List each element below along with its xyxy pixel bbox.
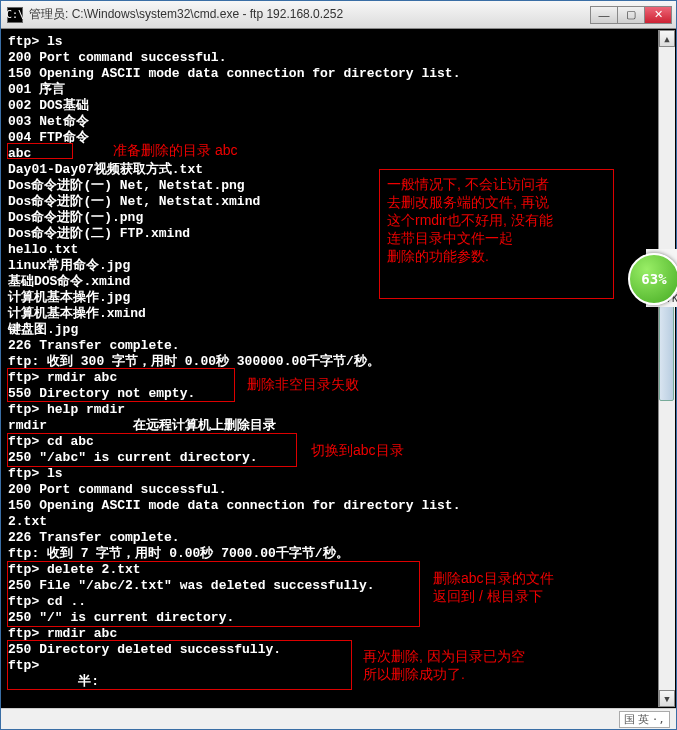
annot-cd-abc: 切换到abc目录 (311, 441, 404, 459)
titlebar[interactable]: C:\ 管理员: C:\Windows\system32\cmd.exe - f… (1, 1, 676, 29)
terminal-line: 150 Opening ASCII mode data connection f… (8, 66, 652, 82)
terminal-line: 2.txt (8, 514, 652, 530)
terminal-line: 004 FTP命令 (8, 130, 652, 146)
badge-percent: 63% (641, 271, 666, 287)
terminal-line: ftp> cd .. (8, 594, 652, 610)
terminal-line: hello.txt (8, 242, 652, 258)
cmd-icon: C:\ (7, 7, 23, 23)
terminal-line: ftp> (8, 658, 652, 674)
annot-prepare-delete: 准备删除的目录 abc (113, 141, 237, 159)
terminal-line: 250 File "/abc/2.txt" was deleted succes… (8, 578, 652, 594)
terminal-line: 001 序言 (8, 82, 652, 98)
terminal-line: Day01-Day07视频获取方式.txt (8, 162, 652, 178)
ime-indicator[interactable]: 国 英 ·, (619, 711, 670, 728)
window-buttons: — ▢ ✕ (591, 6, 672, 24)
ime-punct: ·, (652, 713, 665, 726)
terminal-line: linux常用命令.jpg (8, 258, 652, 274)
cmd-window: C:\ 管理员: C:\Windows\system32\cmd.exe - f… (0, 0, 677, 730)
ime-lang: 英 (638, 712, 649, 727)
scroll-thumb[interactable] (659, 301, 674, 401)
terminal-line: ftp> ls (8, 34, 652, 50)
maximize-button[interactable]: ▢ (617, 6, 645, 24)
terminal-line: 半: (8, 674, 652, 690)
terminal-line: ftp: 收到 7 字节，用时 0.00秒 7000.00千字节/秒。 (8, 546, 652, 562)
terminal-line: Dos命令进阶(一) Net, Netstat.xmind (8, 194, 652, 210)
terminal-line: 226 Transfer complete. (8, 530, 652, 546)
terminal-line: 键盘图.jpg (8, 322, 652, 338)
annot-rmdir-fail: 删除非空目录失败 (247, 375, 359, 393)
minimize-button[interactable]: — (590, 6, 618, 24)
scroll-down-button[interactable]: ▼ (659, 690, 675, 707)
terminal-line: Dos命令进阶(一) Net, Netstat.png (8, 178, 652, 194)
scroll-up-button[interactable]: ▲ (659, 30, 675, 47)
terminal-line: Dos命令进阶(二) FTP.xmind (8, 226, 652, 242)
window-title: 管理员: C:\Windows\system32\cmd.exe - ftp 1… (29, 6, 591, 23)
terminal-line: ftp: 收到 300 字节，用时 0.00秒 300000.00千字节/秒。 (8, 354, 652, 370)
terminal-line: 002 DOS基础 (8, 98, 652, 114)
terminal-line: abc (8, 146, 652, 162)
close-button[interactable]: ✕ (644, 6, 672, 24)
terminal-line: ftp> ls (8, 466, 652, 482)
terminal-line: 250 "/" is current directory. (8, 610, 652, 626)
ime-flag: 国 (624, 712, 635, 727)
terminal-line: 226 Transfer complete. (8, 338, 652, 354)
terminal-line: 150 Opening ASCII mode data connection f… (8, 498, 652, 514)
terminal-line: ftp> rmdir abc (8, 626, 652, 642)
terminal-line: ftp> help rmdir (8, 402, 652, 418)
statusbar: 国 英 ·, (1, 708, 676, 729)
terminal-output[interactable]: ftp> ls200 Port command successful.150 O… (2, 30, 658, 707)
terminal-line: 计算机基本操作.jpg (8, 290, 652, 306)
terminal-line: 003 Net命令 (8, 114, 652, 130)
annot-general-note: 一般情况下, 不会让访问者 去删改服务端的文件, 再说 这个rmdir也不好用,… (387, 175, 553, 265)
terminal-line: 200 Port command successful. (8, 482, 652, 498)
terminal-line: Dos命令进阶(一).png (8, 210, 652, 226)
scrollbar[interactable]: ▲ ▼ (658, 30, 675, 707)
terminal-line: 基础DOS命令.xmind (8, 274, 652, 290)
network-badge[interactable]: 63% (628, 253, 677, 305)
terminal-line: rmdir 在远程计算机上删除目录 (8, 418, 652, 434)
annot-rmdir-ok: 再次删除, 因为目录已为空 所以删除成功了. (363, 647, 525, 683)
terminal-line: ftp> delete 2.txt (8, 562, 652, 578)
terminal-line: 计算机基本操作.xmind (8, 306, 652, 322)
annot-delete-file: 删除abc目录的文件 返回到 / 根目录下 (433, 569, 554, 605)
terminal-line: 250 Directory deleted successfully. (8, 642, 652, 658)
terminal-line: 200 Port command successful. (8, 50, 652, 66)
